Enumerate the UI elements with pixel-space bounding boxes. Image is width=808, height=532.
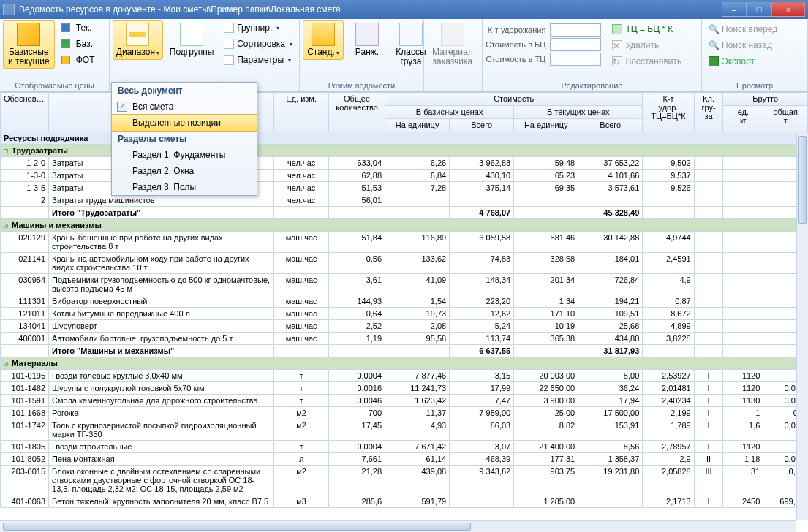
cell[interactable] xyxy=(694,182,723,194)
cell[interactable]: чел.час xyxy=(274,194,329,207)
cell[interactable]: 1130 xyxy=(723,395,763,407)
minimize-button[interactable]: – xyxy=(722,2,747,17)
cell[interactable]: м2 xyxy=(274,419,329,441)
cell[interactable]: 8,00 xyxy=(578,370,643,382)
cell[interactable]: 17,99 xyxy=(450,382,514,395)
cell[interactable]: л xyxy=(274,453,329,466)
table-row[interactable]: Итого "Трудозатраты"4 768,0745 328,49 xyxy=(1,207,808,219)
cell[interactable]: 0,0004 xyxy=(329,441,385,453)
cell[interactable]: 8,672 xyxy=(643,308,694,320)
find-back-button[interactable]: 🔍Поиск назад xyxy=(705,38,781,53)
cell[interactable]: Рогожа xyxy=(49,407,274,419)
cell[interactable]: 633,04 xyxy=(329,157,385,170)
cell[interactable]: 7 877,46 xyxy=(385,370,450,382)
cell[interactable] xyxy=(385,345,450,357)
cell[interactable]: Автомобили бортовые, грузоподъемность до… xyxy=(49,332,274,345)
cell[interactable]: 41,09 xyxy=(385,274,450,295)
cell[interactable]: I xyxy=(694,395,723,407)
cell[interactable]: 95,58 xyxy=(385,332,450,345)
table-row[interactable]: 134041Шуруповертмаш.час2,522,085,2410,19… xyxy=(1,320,808,332)
subgroups-button[interactable]: Подгруппы xyxy=(166,20,217,59)
cell[interactable]: 101-1591 xyxy=(1,395,49,407)
cell[interactable]: 1 xyxy=(723,407,763,419)
cost-bc-input[interactable] xyxy=(550,38,601,51)
cell[interactable] xyxy=(329,345,385,357)
find-forward-button[interactable]: 🔍Поиск вперед xyxy=(705,22,781,37)
cell[interactable]: 2,40234 xyxy=(643,395,694,407)
cell[interactable]: 9,502 xyxy=(643,157,694,170)
section-row[interactable]: ⊟ Материалы xyxy=(1,357,808,370)
table-row[interactable]: 101-1591Смола каменноугольная для дорожн… xyxy=(1,395,808,407)
cell[interactable]: 2,53927 xyxy=(643,370,694,382)
cell[interactable]: 5,24 xyxy=(450,320,514,332)
col-cost[interactable]: Стоимость xyxy=(385,93,643,106)
cell[interactable]: 30 142,88 xyxy=(578,232,643,253)
cell[interactable]: 3,8228 xyxy=(643,332,694,345)
cell[interactable]: 2450 xyxy=(723,495,763,508)
cell[interactable]: Пена монтажная xyxy=(49,453,274,466)
cell[interactable] xyxy=(723,207,763,219)
cell[interactable]: Бетон тяжелый, крупность заполнителя 20 … xyxy=(49,495,274,508)
cell[interactable]: 2,78957 xyxy=(643,441,694,453)
col-brutto[interactable]: Брутто xyxy=(723,93,808,106)
table-row[interactable]: 203-0015Блоки оконные с двойным остеклен… xyxy=(1,466,808,495)
cell[interactable] xyxy=(723,345,763,357)
cell[interactable] xyxy=(514,345,578,357)
cell[interactable]: 133,62 xyxy=(385,253,450,274)
cell[interactable]: 121011 xyxy=(1,308,49,320)
cell[interactable]: Котлы битумные передвижные 400 л xyxy=(49,308,274,320)
cell[interactable]: 9,537 xyxy=(643,170,694,182)
cell[interactable]: 1 358,37 xyxy=(578,453,643,466)
cell[interactable]: 184,01 xyxy=(578,253,643,274)
cell[interactable]: 11 241,73 xyxy=(385,382,450,395)
cell[interactable]: Итого "Трудозатраты" xyxy=(49,207,274,219)
cell[interactable] xyxy=(1,345,49,357)
cell[interactable] xyxy=(723,194,763,207)
cell[interactable]: 51,53 xyxy=(329,182,385,194)
cell[interactable]: Гвозди строительные xyxy=(49,441,274,453)
base-prices-button[interactable]: Баз. xyxy=(58,37,99,51)
ranked-mode-button[interactable]: Ранж. xyxy=(347,20,388,59)
cell[interactable]: 17,45 xyxy=(329,419,385,441)
cell[interactable]: 400001 xyxy=(1,332,49,345)
cell[interactable]: 1-3-5 xyxy=(1,182,49,194)
cell[interactable] xyxy=(514,194,578,207)
scroll-thumb[interactable] xyxy=(3,522,471,531)
cell[interactable] xyxy=(723,232,763,253)
range-button[interactable]: Диапазон▾ xyxy=(113,20,163,60)
cell[interactable]: маш.час xyxy=(274,320,329,332)
cell[interactable]: 1,18 xyxy=(723,453,763,466)
cell[interactable]: 10,19 xyxy=(514,320,578,332)
cell[interactable]: 116,89 xyxy=(385,232,450,253)
cell[interactable]: 1,54 xyxy=(385,295,450,308)
cell[interactable]: 101-1805 xyxy=(1,441,49,453)
cell[interactable]: 439,08 xyxy=(385,466,450,495)
cell[interactable]: Краны на автомобильном ходу при работе н… xyxy=(49,253,274,274)
cell[interactable] xyxy=(643,207,694,219)
cell[interactable] xyxy=(694,253,723,274)
cell[interactable]: чел.час xyxy=(274,157,329,170)
cell[interactable]: 101-8052 xyxy=(1,453,49,466)
cell[interactable]: 101-1668 xyxy=(1,407,49,419)
restore-button[interactable]: ↻Восстановить xyxy=(608,54,685,69)
cell[interactable]: 0,0016 xyxy=(329,382,385,395)
cell[interactable]: 6 637,55 xyxy=(450,345,514,357)
group-button[interactable]: Группир.▾ xyxy=(220,20,296,35)
collapse-icon[interactable]: ⊟ xyxy=(4,360,8,368)
collapse-icon[interactable]: ⊟ xyxy=(4,147,8,155)
cell[interactable]: 61,14 xyxy=(385,453,450,466)
cell[interactable]: 2,9 xyxy=(643,453,694,466)
cell[interactable]: 401-0063 xyxy=(1,495,49,508)
cell[interactable] xyxy=(643,345,694,357)
cell[interactable] xyxy=(514,207,578,219)
cell[interactable] xyxy=(450,495,514,508)
cell[interactable]: м2 xyxy=(274,407,329,419)
cell[interactable]: 25,00 xyxy=(514,407,578,419)
cell[interactable]: 6,84 xyxy=(385,170,450,182)
cell[interactable]: 101-0195 xyxy=(1,370,49,382)
cell[interactable]: I xyxy=(694,495,723,508)
cell[interactable]: 700 xyxy=(329,407,385,419)
cell[interactable] xyxy=(723,170,763,182)
cell[interactable]: 030954 xyxy=(1,274,49,295)
cell[interactable] xyxy=(694,274,723,295)
